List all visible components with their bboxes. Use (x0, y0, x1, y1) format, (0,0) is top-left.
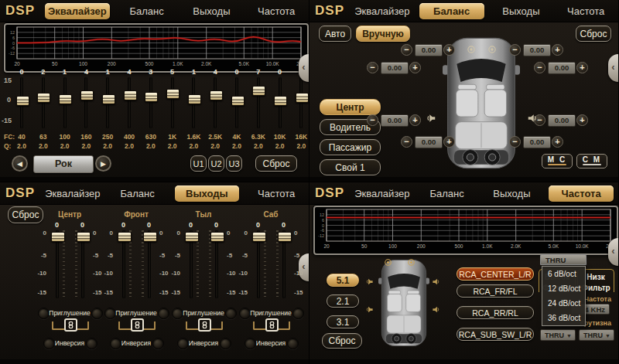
increase-button[interactable]: + (443, 136, 455, 148)
tab-frequency[interactable]: Частота (244, 185, 309, 202)
balance-preset-4[interactable]: Свой 1 (320, 159, 381, 175)
delay-value[interactable]: 0.00 (381, 62, 409, 74)
eq-slider-knob[interactable] (145, 92, 158, 102)
mute-toggle-right[interactable] (91, 308, 103, 319)
eq-slider-track[interactable] (84, 77, 87, 128)
channel-button-4[interactable]: RCA_SUB_SW_L/R (457, 328, 534, 341)
tab-outputs[interactable]: Выходы (180, 3, 245, 19)
eq-slider-track[interactable] (128, 77, 131, 128)
eq-slider-knob[interactable] (210, 90, 223, 100)
tab-balance[interactable]: Баланс (105, 185, 170, 202)
memory-preset-button-u3[interactable]: U3 (226, 155, 242, 172)
mute-toggle-left[interactable] (239, 308, 251, 319)
balance-preset-3[interactable]: Пассажир (320, 139, 381, 155)
delay-value[interactable]: 0.00 (415, 136, 443, 148)
preset-display[interactable]: Рок (33, 155, 94, 173)
increase-button[interactable]: + (576, 114, 588, 126)
eq-reset-button[interactable]: Сброс (255, 155, 297, 172)
dropdown-option[interactable]: 36 dB/oct (542, 311, 585, 325)
eq-slider-knob[interactable] (102, 94, 115, 104)
decrease-button[interactable]: − (509, 44, 521, 56)
eq-slider-knob[interactable] (274, 96, 287, 106)
invert-toggle-right[interactable] (287, 338, 299, 349)
invert-toggle-left[interactable] (245, 338, 256, 349)
dropdown-option[interactable]: 24 dB/oct (542, 296, 585, 311)
tab-balance[interactable]: Баланс (415, 185, 480, 202)
mode-button-3-1[interactable]: 3.1 (327, 315, 359, 328)
channel-link-icon[interactable] (64, 318, 77, 332)
tab-frequency[interactable]: Частота (553, 3, 618, 19)
mute-toggle-left[interactable] (104, 308, 116, 319)
slope-select-2[interactable]: THRU▼ (579, 329, 614, 341)
eq-slider-knob[interactable] (59, 94, 72, 104)
slope-dropdown-selected[interactable]: THRU (540, 254, 587, 265)
channel-button-1[interactable]: RCA_CENTER_L/R (457, 267, 534, 281)
mode-button-2-1[interactable]: 2.1 (327, 294, 359, 308)
output-slider-knob[interactable] (252, 232, 266, 242)
invert-toggle-left[interactable] (177, 338, 189, 349)
dropdown-option[interactable]: 6 dB/oct (542, 267, 585, 281)
increase-button[interactable]: + (409, 114, 421, 126)
channel-link-icon[interactable] (131, 318, 144, 332)
tab-outputs[interactable]: Выходы (480, 185, 545, 202)
output-slider-knob[interactable] (210, 232, 224, 242)
channel-button-2[interactable]: RCA_FR/FL (457, 284, 534, 298)
decrease-button[interactable]: − (401, 44, 412, 56)
eq-slider-track[interactable] (214, 77, 217, 128)
freq-reset-button[interactable]: Сброс (322, 333, 362, 349)
tab-equalizer[interactable]: Эквалайзер (40, 185, 105, 202)
delay-value[interactable]: 0.00 (381, 114, 409, 127)
slope-select-1[interactable]: THRU▼ (540, 329, 576, 341)
memory-preset-button-u2[interactable]: U2 (208, 155, 224, 172)
tab-equalizer[interactable]: Эквалайзер (350, 3, 415, 19)
eq-slider-knob[interactable] (231, 96, 245, 106)
memory-preset-button-u1[interactable]: U1 (190, 155, 207, 172)
decrease-button[interactable]: − (401, 136, 412, 148)
increase-button[interactable]: + (552, 44, 563, 56)
mute-toggle-right[interactable] (292, 308, 304, 319)
output-slider-knob[interactable] (77, 232, 91, 242)
eq-slider-track[interactable] (149, 77, 152, 128)
eq-slider-knob[interactable] (188, 94, 201, 104)
balance-auto-button[interactable]: Авто (319, 26, 351, 42)
unit-toggle-mc[interactable]: M C (542, 154, 573, 168)
tab-balance[interactable]: Баланс (115, 3, 180, 19)
decrease-button[interactable]: − (367, 114, 378, 126)
eq-slider-knob[interactable] (166, 89, 180, 99)
delay-value[interactable]: 0.00 (548, 62, 576, 74)
tab-outputs[interactable]: Выходы (175, 185, 240, 202)
invert-toggle-right[interactable] (220, 338, 231, 349)
decrease-button[interactable]: − (509, 136, 521, 148)
eq-slider-knob[interactable] (252, 86, 265, 96)
output-slider-knob[interactable] (118, 232, 132, 242)
delay-value[interactable]: 0.00 (523, 44, 551, 56)
eq-slider-knob[interactable] (296, 93, 309, 103)
balance-manual-button[interactable]: Вручную (356, 26, 410, 42)
delay-value[interactable]: 0.00 (523, 136, 551, 148)
channel-button-3[interactable]: RCA_RR/RL (457, 306, 534, 319)
output-slider-knob[interactable] (185, 232, 199, 242)
preset-prev-button[interactable]: ◀ (12, 155, 28, 172)
mute-toggle-left[interactable] (172, 308, 183, 319)
mute-toggle-left[interactable] (38, 308, 50, 319)
invert-toggle-left[interactable] (43, 338, 55, 349)
eq-slider-knob[interactable] (16, 96, 29, 106)
delay-value[interactable]: 0.00 (548, 114, 576, 127)
balance-reset-button[interactable]: Сброс (576, 26, 611, 42)
eq-slider-track[interactable] (257, 77, 260, 128)
dropdown-option[interactable]: 12 dB/oct (542, 281, 585, 296)
slide-panel-handle[interactable]: ‹ (608, 54, 618, 82)
channel-link-icon[interactable] (198, 318, 211, 332)
tab-frequency[interactable]: Частота (244, 3, 309, 19)
output-slider-knob[interactable] (278, 232, 292, 242)
unit-toggle-cm[interactable]: C M (576, 154, 607, 168)
slide-panel-handle[interactable]: ‹ (608, 238, 618, 266)
eq-slider-knob[interactable] (124, 90, 137, 100)
increase-button[interactable]: + (576, 62, 588, 73)
increase-button[interactable]: + (409, 62, 421, 73)
eq-slider-track[interactable] (171, 77, 174, 128)
decrease-button[interactable]: − (367, 62, 378, 73)
decrease-button[interactable]: − (534, 62, 545, 73)
tab-equalizer[interactable]: Эквалайзер (350, 185, 415, 202)
output-slider-knob[interactable] (51, 232, 65, 242)
